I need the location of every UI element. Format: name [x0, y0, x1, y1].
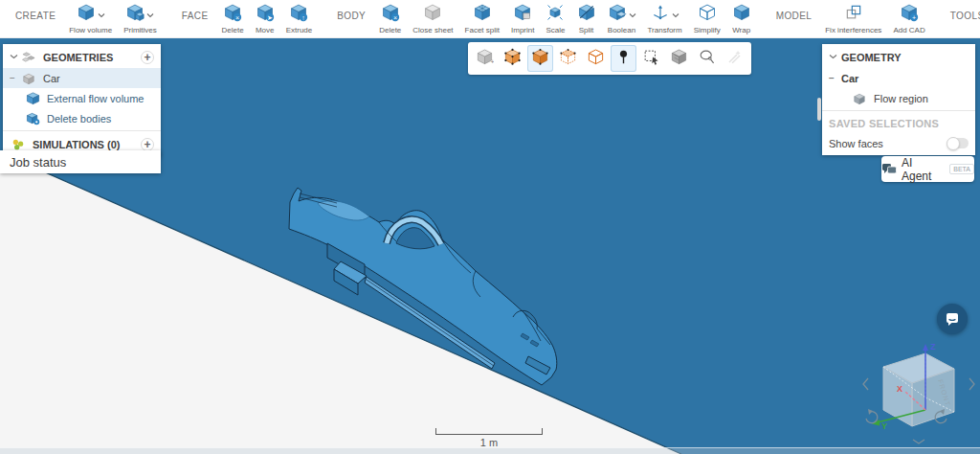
simplify-button[interactable]: Simplify: [688, 1, 726, 36]
toolbar-group-label: TOOLS: [950, 11, 980, 21]
chevron-down-icon[interactable]: [629, 6, 636, 23]
transform-label: Transform: [648, 26, 682, 34]
panel-resize-handle[interactable]: [817, 98, 821, 121]
scale-bar: 1 m: [435, 428, 543, 448]
vcube-gray-icon: +: [476, 48, 494, 70]
scale-button[interactable]: Scale: [540, 1, 570, 36]
view-cube[interactable]: FRONT: [883, 353, 954, 426]
select-vertices-button[interactable]: [583, 45, 609, 72]
show-hidden-faces-button[interactable]: [666, 45, 692, 72]
scale-bar-label: 1 m: [435, 437, 543, 448]
lasso-select-button[interactable]: [694, 45, 720, 72]
car-geometry-icon: [22, 71, 37, 86]
chat-icon: [945, 311, 960, 327]
close-sheet-button[interactable]: Close sheet: [407, 1, 458, 36]
select-edges-button[interactable]: [555, 45, 581, 72]
y-axis-label: Y: [881, 421, 887, 431]
ai-agent-button[interactable]: AI Agent BETA: [881, 156, 974, 182]
geometry-tree-item-car[interactable]: − Car: [822, 68, 975, 88]
chevron-down-icon[interactable]: [146, 6, 154, 23]
x-axis-label: X: [897, 384, 902, 394]
show-faces-row: Show faces: [822, 133, 975, 153]
support-chat-button[interactable]: [937, 304, 968, 334]
toolbar-group-model: MODELFix interferences+Add CAD: [772, 0, 931, 37]
select-volumes-button[interactable]: +: [472, 45, 498, 72]
add-cad-button[interactable]: +Add CAD: [887, 1, 930, 36]
body-delete-button[interactable]: ×Delete: [373, 1, 407, 36]
face-delete-button[interactable]: ×Delete: [216, 1, 250, 36]
face-move-button[interactable]: ➤Move: [250, 1, 280, 36]
chevron-down-icon[interactable]: [98, 6, 105, 23]
geometries-label: GEOMETRIES: [43, 52, 113, 63]
imprint-button[interactable]: Imprint: [505, 1, 540, 36]
pin-selection-button[interactable]: [611, 45, 636, 72]
scale-label: Scale: [546, 26, 565, 34]
beta-badge: BETA: [949, 164, 974, 174]
wrap-button[interactable]: Wrap: [726, 1, 757, 36]
collapse-icon[interactable]: −: [829, 73, 841, 83]
transform-button[interactable]: Transform: [642, 1, 688, 36]
viewport-bottom-strip: [0, 447, 980, 454]
tree-item-external-flow-volume[interactable]: External flow volume: [3, 88, 161, 108]
boolean-button[interactable]: Boolean: [602, 1, 642, 36]
face-move-icon: ➤: [256, 3, 275, 26]
geometry-panel: GEOMETRY − Car Flow region SAVED SELECTI…: [822, 44, 975, 155]
geometries-section-header[interactable]: GEOMETRIES +: [3, 46, 161, 68]
simplify-icon: [698, 3, 717, 26]
flow-volume-button[interactable]: Flow volume: [63, 1, 118, 36]
wrap-icon: [732, 3, 751, 26]
toggle-knob: [947, 137, 960, 150]
flow-volume-label: Flow volume: [69, 26, 112, 34]
face-extrude-button[interactable]: ↑Extrude: [280, 1, 319, 36]
geometry-header-label: GEOMETRY: [841, 52, 902, 63]
chat-bubbles-icon: [881, 163, 897, 176]
chevron-down-icon[interactable]: [10, 52, 22, 62]
primitives-button[interactable]: Primitives: [118, 1, 163, 36]
delete-bodies-label: Delete bodies: [47, 113, 111, 125]
vcube-wire-icon: [587, 48, 605, 70]
lasso-icon: [698, 48, 716, 70]
geometry-tree-item-flow-region[interactable]: Flow region: [822, 88, 975, 108]
repair-tools-button: [722, 45, 747, 72]
toolbar-group-face: FACE×Delete➤Move↑Extrude: [178, 0, 318, 37]
saved-selections-label: SAVED SELECTIONS: [829, 118, 939, 129]
collapse-icon[interactable]: −: [10, 73, 22, 83]
show-faces-toggle[interactable]: [947, 138, 969, 148]
chevron-down-icon[interactable]: [829, 52, 841, 62]
toolbar-group-label: CREATE: [15, 11, 56, 21]
job-status-label: Job status: [10, 155, 66, 170]
box-select-button[interactable]: [638, 45, 664, 72]
flow-region-icon: [853, 91, 868, 106]
orientation-cube[interactable]: FRONT Z Y X: [855, 338, 980, 451]
magic-icon: [725, 48, 744, 70]
toolbar-group-tools: TOOLSGapsInterferences: [947, 0, 980, 37]
vcube-corners-icon: [503, 48, 522, 70]
delete-bodies-icon: [26, 111, 41, 126]
geometry-car-label: Car: [841, 73, 858, 84]
pin-icon: [614, 48, 633, 70]
add-geometry-button[interactable]: +: [141, 51, 154, 64]
close-sheet-label: Close sheet: [412, 26, 453, 34]
tree-item-delete-bodies[interactable]: Delete bodies: [3, 108, 161, 128]
tree-item-car[interactable]: − Car: [3, 68, 161, 88]
chevron-down-icon[interactable]: [672, 6, 679, 23]
flow-volume-icon: [77, 3, 96, 26]
view-toolbar: +: [468, 42, 751, 75]
add-simulation-button[interactable]: +: [141, 138, 154, 151]
select-bodies-button[interactable]: [500, 45, 525, 72]
toolbar-group-label: FACE: [182, 11, 209, 21]
face-move-label: Move: [256, 26, 275, 34]
fix-interferences-button[interactable]: Fix interferences: [819, 1, 887, 36]
select-faces-button[interactable]: [527, 45, 553, 72]
primitives-label: Primitives: [123, 26, 157, 34]
fix-interferences-label: Fix interferences: [825, 26, 881, 34]
faces-icon: [670, 48, 688, 70]
fix-interferences-icon: [844, 3, 863, 26]
imprint-icon: [513, 3, 532, 26]
face-extrude-label: Extrude: [286, 26, 313, 34]
split-button[interactable]: Split: [571, 1, 602, 36]
add-cad-label: Add CAD: [893, 26, 924, 34]
job-status-bar[interactable]: Job status: [0, 150, 161, 173]
geometry-section-header[interactable]: GEOMETRY: [822, 46, 975, 68]
facet-split-button[interactable]: Facet split: [459, 1, 505, 36]
